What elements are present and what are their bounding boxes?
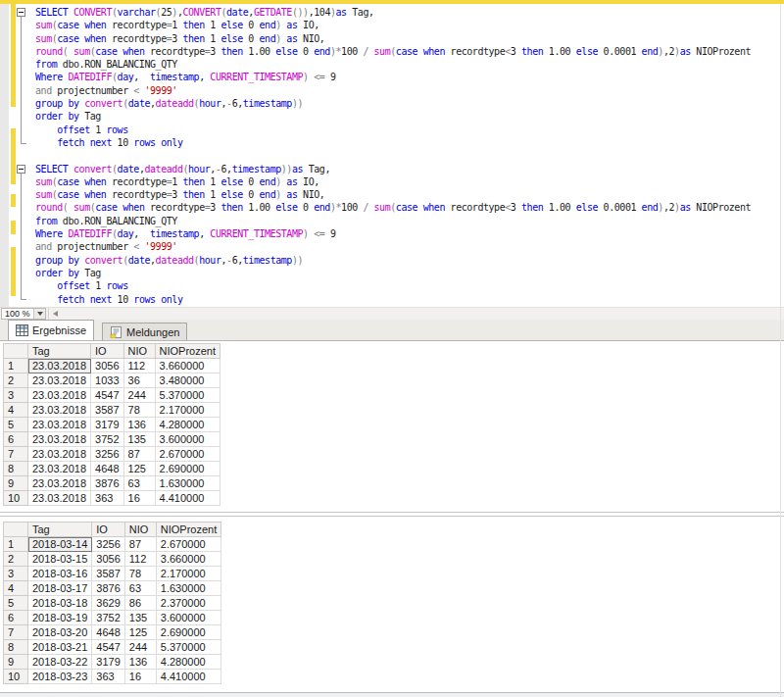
grid-cell[interactable]: 86 xyxy=(124,596,156,611)
code-line[interactable]: and projectnumber < '9999' xyxy=(35,84,751,97)
grid-cell[interactable]: 112 xyxy=(123,359,155,373)
grid-cell[interactable]: 2018-03-19 xyxy=(28,611,92,625)
row-header[interactable]: 6 xyxy=(4,611,28,625)
grid-cell[interactable]: 2.670000 xyxy=(155,447,220,462)
grid-cell[interactable]: 23.03.2018 xyxy=(28,373,91,388)
grid-cell[interactable]: 78 xyxy=(123,403,155,418)
row-header[interactable]: 3 xyxy=(4,388,28,403)
column-header[interactable]: NIOProzent xyxy=(155,344,220,359)
grid-cell[interactable]: 2018-03-18 xyxy=(28,596,92,611)
grid-cell[interactable]: 1.630000 xyxy=(156,581,220,596)
row-header[interactable]: 4 xyxy=(4,581,28,596)
row-header[interactable]: 9 xyxy=(4,476,28,491)
grid-cell[interactable]: 2.370000 xyxy=(156,596,220,611)
grid-cell[interactable]: 244 xyxy=(124,640,156,655)
code-line[interactable]: fetch next 10 rows only xyxy=(35,293,751,306)
code-line[interactable]: order by Tag xyxy=(35,110,751,123)
row-header[interactable]: 7 xyxy=(4,625,28,640)
code-line[interactable]: sum(case when recordtype=3 then 1 else 0… xyxy=(35,188,751,201)
code-line[interactable]: from dbo.RON_BALANCING_QTY xyxy=(35,58,751,71)
grid-cell[interactable]: 23.03.2018 xyxy=(28,403,91,418)
grid-cell[interactable]: 135 xyxy=(124,611,156,625)
column-header[interactable]: IO xyxy=(92,523,124,537)
grid-cell[interactable]: 112 xyxy=(124,552,156,567)
grid-cell[interactable]: 23.03.2018 xyxy=(28,388,91,403)
code-line[interactable]: sum(case when recordtype=1 then 1 else 0… xyxy=(35,19,751,31)
scroll-left-icon[interactable] xyxy=(53,311,58,317)
code-line[interactable]: and projectnumber < '9999' xyxy=(35,240,751,253)
collapse-toggle-icon[interactable] xyxy=(17,8,25,17)
column-header[interactable]: NIO xyxy=(123,344,155,359)
grid-cell[interactable]: 23.03.2018 xyxy=(28,418,91,432)
grid-cell[interactable]: 2018-03-23 xyxy=(28,670,92,684)
grid-cell[interactable]: 36 xyxy=(123,373,155,388)
grid-cell[interactable]: 3752 xyxy=(91,432,123,447)
collapse-toggle-icon[interactable] xyxy=(17,165,25,174)
grid-cell[interactable]: 1033 xyxy=(91,373,123,388)
row-header[interactable]: 10 xyxy=(4,670,28,684)
code-line[interactable]: from dbo.RON_BALANCING_QTY xyxy=(35,215,751,227)
grid-cell[interactable]: 3629 xyxy=(92,596,124,611)
grid-cell[interactable]: 63 xyxy=(124,581,156,596)
column-header[interactable]: NIOProzent xyxy=(156,523,220,537)
grid-cell[interactable]: 4648 xyxy=(91,462,123,476)
row-header[interactable]: 2 xyxy=(4,552,28,567)
grid-cell[interactable]: 4547 xyxy=(91,388,123,403)
grid-cell[interactable]: 3179 xyxy=(92,655,124,670)
grid-cell[interactable]: 244 xyxy=(123,388,155,403)
grid-cell[interactable]: 3876 xyxy=(91,476,123,491)
grid-cell[interactable]: 363 xyxy=(92,670,124,684)
grid-cell[interactable]: 4.410000 xyxy=(155,491,220,506)
code-line[interactable]: order by Tag xyxy=(35,267,751,279)
row-header[interactable]: 8 xyxy=(4,462,28,476)
results-splitter[interactable] xyxy=(0,512,784,517)
grid-cell[interactable]: 23.03.2018 xyxy=(28,476,91,491)
grid-cell[interactable]: 3.600000 xyxy=(155,432,220,447)
row-header[interactable]: 2 xyxy=(4,373,28,388)
grid-cell[interactable]: 136 xyxy=(123,418,155,432)
grid-cell[interactable]: 16 xyxy=(124,670,156,684)
grid-cell[interactable]: 23.03.2018 xyxy=(28,462,91,476)
code-area[interactable]: SELECT CONVERT(varchar(25),CONVERT(date,… xyxy=(35,6,751,306)
code-line[interactable]: SELECT CONVERT(varchar(25),CONVERT(date,… xyxy=(35,6,751,19)
grid-cell[interactable]: 4648 xyxy=(92,625,124,640)
grid-cell[interactable]: 4.280000 xyxy=(155,418,220,432)
column-header[interactable]: Tag xyxy=(28,523,92,537)
blank-line[interactable] xyxy=(35,149,751,162)
row-header[interactable]: 4 xyxy=(4,403,28,418)
row-header[interactable]: 5 xyxy=(4,418,28,432)
grid-cell[interactable]: 4.410000 xyxy=(156,670,220,684)
grid-cell[interactable]: 63 xyxy=(123,476,155,491)
grid-cell[interactable]: 23.03.2018 xyxy=(28,491,91,506)
grid-cell[interactable]: 2018-03-20 xyxy=(28,625,92,640)
chevron-down-icon[interactable] xyxy=(33,309,45,319)
grid-cell[interactable]: 4.280000 xyxy=(156,655,220,670)
column-header[interactable]: NIO xyxy=(124,523,156,537)
code-line[interactable]: fetch next 10 rows only xyxy=(35,136,751,149)
code-line[interactable]: Where DATEDIFF(day, timestamp, CURRENT_T… xyxy=(35,71,751,83)
row-header[interactable]: 9 xyxy=(4,655,28,670)
grid-cell[interactable]: 136 xyxy=(124,655,156,670)
grid-cell[interactable]: 2018-03-15 xyxy=(28,552,92,567)
grid-cell[interactable]: 363 xyxy=(91,491,123,506)
tab-meldungen[interactable]: Meldungen xyxy=(102,323,187,340)
row-header[interactable]: 7 xyxy=(4,447,28,462)
grid-cell[interactable]: 3.660000 xyxy=(155,359,220,373)
grid-cell[interactable]: 3.660000 xyxy=(156,552,220,567)
code-line[interactable]: sum(case when recordtype=3 then 1 else 0… xyxy=(35,32,751,45)
grid-cell[interactable]: 2018-03-17 xyxy=(28,581,92,596)
grid-cell[interactable]: 3.600000 xyxy=(156,611,220,625)
grid-cell[interactable]: 16 xyxy=(123,491,155,506)
grid-cell[interactable]: 3179 xyxy=(91,418,123,432)
code-line[interactable]: group by convert(date,dateadd(hour,-6,ti… xyxy=(35,97,751,110)
grid-cell[interactable]: 3056 xyxy=(92,552,124,567)
grid-cell[interactable]: 3256 xyxy=(91,447,123,462)
grid-cell[interactable]: 5.370000 xyxy=(156,640,220,655)
code-line[interactable]: group by convert(date,dateadd(hour,-6,ti… xyxy=(35,254,751,267)
grid-cell[interactable]: 4547 xyxy=(92,640,124,655)
row-header[interactable]: 5 xyxy=(4,596,28,611)
grid-cell[interactable]: 2018-03-22 xyxy=(28,655,92,670)
row-header[interactable]: 1 xyxy=(4,359,28,373)
row-header[interactable]: 10 xyxy=(4,491,28,506)
query-block[interactable]: SELECT convert(date,dateadd(hour,-6,time… xyxy=(35,163,751,306)
